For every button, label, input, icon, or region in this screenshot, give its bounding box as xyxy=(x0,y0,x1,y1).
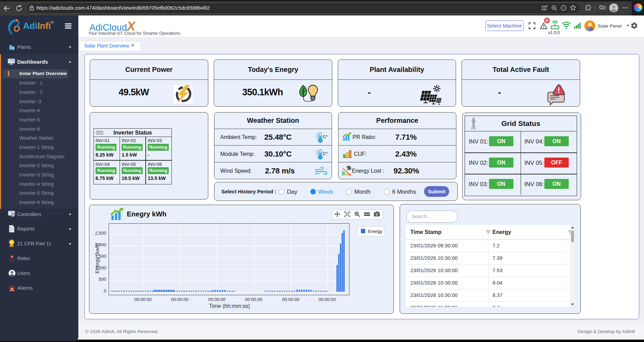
svg-text:C°: C° xyxy=(323,134,328,139)
svg-text:C°: C° xyxy=(323,151,328,156)
